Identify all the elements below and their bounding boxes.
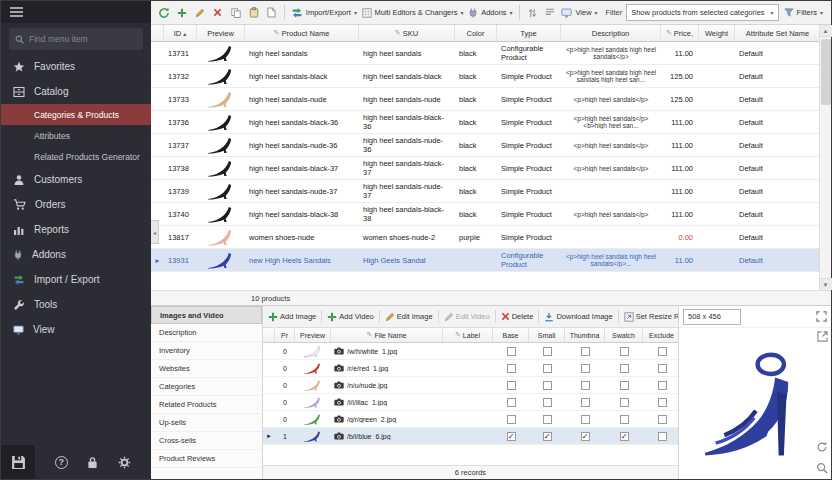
column-header-sku[interactable]: ✎SKU	[359, 25, 455, 41]
checkbox-exclude[interactable]	[658, 432, 667, 441]
product-row-13736[interactable]: 13736high heel sandals-black-36high heel…	[151, 111, 821, 134]
sidebar-item-customers[interactable]: Customers	[1, 167, 151, 192]
tab-images-and-video[interactable]: Images and Video	[151, 306, 262, 324]
tab-inventory[interactable]: Inventory	[151, 342, 262, 360]
row-expander[interactable]	[151, 65, 164, 87]
scroll-up-button[interactable]: ▲	[820, 25, 832, 37]
checkbox-swatch[interactable]: ✓	[620, 432, 629, 441]
addons-menu[interactable]: Addons▾	[466, 4, 514, 22]
hamburger-menu-icon[interactable]	[10, 7, 23, 17]
column-header-price[interactable]: ✎Price,	[661, 25, 699, 41]
column-header-preview[interactable]: Preview	[295, 328, 331, 342]
checkbox-small[interactable]	[543, 347, 552, 356]
checkbox-swatch[interactable]	[620, 381, 629, 390]
column-header-base[interactable]: Base	[493, 328, 529, 342]
product-row-13733[interactable]: 13733high heel sandals-nudehigh heel san…	[151, 88, 821, 111]
set-resize-rule-button[interactable]: Set Resize Rule▾	[621, 308, 678, 325]
sidebar-item-reports[interactable]: Reports	[1, 217, 151, 242]
sidebar-search[interactable]	[9, 28, 143, 50]
tab-product-reviews[interactable]: Product Reviews	[151, 450, 262, 468]
sidebar-item-orders[interactable]: Orders	[1, 192, 151, 217]
tab-description[interactable]: Description	[151, 324, 262, 342]
checkbox-thumbnail[interactable]	[581, 415, 590, 424]
image-row-r-e-red-1-jpg[interactable]: 0/r/e/red_1.jpg	[263, 360, 678, 377]
paste-button[interactable]	[245, 4, 262, 22]
checkbox-swatch[interactable]	[620, 364, 629, 373]
row-expander[interactable]: ▸	[151, 249, 164, 271]
open-external-icon[interactable]	[817, 331, 828, 342]
row-expander[interactable]	[151, 134, 164, 156]
save-button[interactable]	[1, 445, 35, 479]
row-expander[interactable]	[151, 88, 164, 110]
checkbox-base[interactable]	[507, 398, 516, 407]
tab-up-sells[interactable]: Up-sells	[151, 414, 262, 432]
zoom-icon[interactable]	[816, 462, 828, 474]
checkbox-exclude[interactable]	[658, 398, 667, 407]
column-header-product-name[interactable]: ✎Product Name	[245, 25, 359, 41]
tab-related-products[interactable]: Related Products	[151, 396, 262, 414]
multi-editors-menu[interactable]: Multi Editors & Changers▾	[360, 4, 466, 22]
checkbox-swatch[interactable]	[620, 415, 629, 424]
checkbox-exclude[interactable]	[658, 415, 667, 424]
sidebar-item-tools[interactable]: Tools	[1, 292, 151, 317]
checkbox-thumbnail[interactable]	[581, 364, 590, 373]
vertical-scrollbar[interactable]: ▲ ▼	[819, 25, 831, 290]
add-button[interactable]	[173, 4, 190, 22]
checkbox-base[interactable]	[507, 347, 516, 356]
rows-button[interactable]	[542, 4, 559, 22]
sidebar-item-related-products-generator[interactable]: Related Products Generator	[1, 146, 151, 167]
refresh-button[interactable]	[155, 4, 172, 22]
sidebar-item-favorites[interactable]: Favorites	[1, 54, 151, 79]
export-button[interactable]	[263, 4, 280, 22]
image-row-n-u-nude-jpg[interactable]: 0/n/u/nude.jpg	[263, 377, 678, 394]
copy-button[interactable]	[227, 4, 244, 22]
checkbox-small[interactable]	[543, 381, 552, 390]
column-header-label[interactable]: ✎Label	[443, 328, 493, 342]
column-header-small[interactable]: Small	[529, 328, 565, 342]
row-expander[interactable]	[151, 111, 164, 133]
settings-button[interactable]	[118, 456, 131, 469]
view-menu[interactable]: View▾	[560, 4, 600, 22]
sidebar-item-categories-products[interactable]: Categories & Products	[1, 104, 151, 125]
column-header-attribute-set-name[interactable]: Attribute Set Name	[735, 25, 821, 41]
product-row-13738[interactable]: 13738high heel sandals-black-37high heel…	[151, 157, 821, 180]
checkbox-thumbnail[interactable]	[581, 347, 590, 356]
image-row-b-l-blue-6-jpg[interactable]: ▸1/b/l/blue_6.jpg✓✓✓✓	[263, 428, 678, 445]
checkbox-base[interactable]	[507, 415, 516, 424]
tab-categories[interactable]: Categories	[151, 378, 262, 396]
checkbox-exclude[interactable]	[658, 364, 667, 373]
checkbox-base[interactable]	[507, 364, 516, 373]
delete-button[interactable]	[209, 4, 226, 22]
delete-button[interactable]: Delete	[498, 308, 537, 325]
panel-collapse-handle[interactable]: ◂	[151, 220, 159, 244]
column-header-pr[interactable]: Pr	[275, 328, 295, 342]
filters-button[interactable]: Filters ▾	[780, 4, 827, 22]
checkbox-swatch[interactable]	[620, 398, 629, 407]
sidebar-item-addons[interactable]: Addons	[1, 242, 151, 267]
tab-websites[interactable]: Websites	[151, 360, 262, 378]
image-row-l-i-lilac-1-jpg[interactable]: 0/l/i/lilac_1.jpg	[263, 394, 678, 411]
filter-dropdown[interactable]: Show products from selected categories ▾	[626, 4, 778, 21]
column-header-exclude[interactable]: Exclude	[643, 328, 681, 342]
checkbox-thumbnail[interactable]: ✓	[581, 432, 590, 441]
checkbox-small[interactable]	[543, 364, 552, 373]
product-row-13740[interactable]: 13740high heel sandals-black-38high heel…	[151, 203, 821, 226]
checkbox-small[interactable]	[543, 415, 552, 424]
checkbox-small[interactable]	[543, 398, 552, 407]
column-header-weight[interactable]: Weight	[699, 25, 735, 41]
row-expander[interactable]	[151, 157, 164, 179]
menu-search-input[interactable]	[29, 34, 137, 44]
sort-button[interactable]	[524, 4, 541, 22]
add-video-button[interactable]: Add Video	[324, 308, 376, 325]
column-header-id[interactable]: ID▴	[164, 25, 197, 41]
column-header-preview[interactable]: Preview	[197, 25, 245, 41]
product-row-13931[interactable]: ▸13931new High Heels SandalsHigh Geels S…	[151, 249, 821, 272]
help-button[interactable]: ?	[55, 456, 68, 469]
checkbox-exclude[interactable]	[658, 347, 667, 356]
checkbox-thumbnail[interactable]	[581, 398, 590, 407]
product-row-13732[interactable]: 13732high heel sandals-blackhigh heel sa…	[151, 65, 821, 88]
column-header-file-name[interactable]: ✎File Name	[331, 328, 443, 342]
product-row-13739[interactable]: 13739high heel sandals-nude-37high heel …	[151, 180, 821, 203]
checkbox-swatch[interactable]	[620, 347, 629, 356]
checkbox-base[interactable]	[507, 381, 516, 390]
